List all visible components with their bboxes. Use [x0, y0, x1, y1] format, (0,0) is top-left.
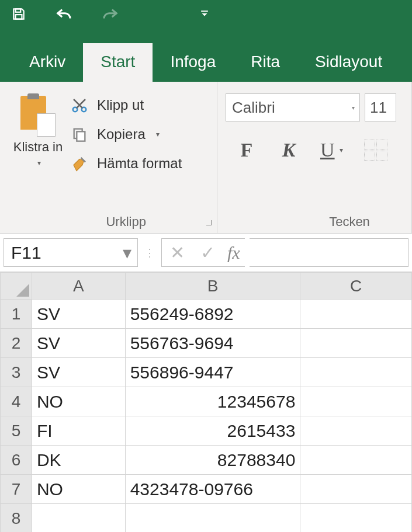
- cell[interactable]: SV: [32, 329, 125, 358]
- copy-icon: [70, 125, 89, 144]
- insert-function-button[interactable]: fx: [223, 243, 245, 263]
- chevron-down-icon[interactable]: ▾: [156, 130, 160, 138]
- cell[interactable]: [300, 475, 412, 504]
- cell[interactable]: 556763-9694: [125, 329, 300, 358]
- cell[interactable]: 2615433: [125, 416, 300, 446]
- svg-rect-2: [201, 11, 208, 12]
- cell[interactable]: NO: [32, 475, 125, 504]
- borders-button[interactable]: [364, 140, 387, 161]
- row-header[interactable]: 3: [1, 358, 32, 387]
- cell[interactable]: 12345678: [125, 387, 300, 416]
- chevron-down-icon: ▾: [123, 242, 131, 263]
- italic-button[interactable]: K: [278, 139, 299, 161]
- row-header[interactable]: 1: [1, 300, 32, 329]
- cell[interactable]: 556896-9447: [125, 358, 300, 387]
- undo-icon[interactable]: [50, 0, 78, 28]
- clipboard-group-label: Urklipp: [70, 210, 182, 230]
- paste-label: Klistra in▾: [13, 140, 63, 168]
- row-header[interactable]: 2: [1, 329, 32, 358]
- format-painter-icon: [70, 154, 89, 173]
- svg-rect-0: [16, 9, 21, 12]
- cell[interactable]: [125, 504, 300, 533]
- font-size-dropdown[interactable]: 11: [365, 93, 396, 121]
- cell[interactable]: [300, 300, 412, 329]
- cell[interactable]: 82788340: [125, 446, 300, 475]
- chevron-down-icon: ▾: [352, 105, 355, 111]
- clipboard-group: Klistra in▾ Klipp ut Kopiera ▾: [0, 82, 217, 233]
- tab-arkiv[interactable]: Arkiv: [12, 43, 83, 82]
- cell[interactable]: FI: [32, 416, 125, 446]
- formula-input[interactable]: [250, 238, 408, 267]
- cell[interactable]: NO: [32, 387, 125, 416]
- name-box-value: F11: [11, 243, 41, 263]
- row-header[interactable]: 6: [1, 446, 32, 475]
- row-header[interactable]: 7: [1, 475, 32, 504]
- select-all-corner[interactable]: [1, 273, 32, 300]
- column-header-C[interactable]: C: [300, 273, 412, 300]
- redo-icon[interactable]: [96, 0, 124, 28]
- cut-button[interactable]: Klipp ut: [70, 96, 182, 114]
- ribbon-tabs: Arkiv Start Infoga Rita Sidlayout: [0, 28, 412, 82]
- svg-rect-1: [16, 15, 22, 19]
- scissors-icon: [70, 96, 89, 114]
- quick-access-toolbar: [0, 0, 412, 28]
- font-group-label: Tecken: [296, 210, 403, 230]
- format-painter-button[interactable]: Hämta format: [70, 154, 182, 173]
- cell[interactable]: DK: [32, 446, 125, 475]
- cell[interactable]: [300, 446, 412, 475]
- font-size-value: 11: [370, 99, 387, 117]
- cell[interactable]: SV: [32, 300, 125, 329]
- tab-start[interactable]: Start: [83, 43, 153, 82]
- save-icon[interactable]: [5, 0, 33, 28]
- chevron-down-icon: ▾: [340, 146, 343, 154]
- underline-button[interactable]: U ▾: [320, 139, 343, 161]
- cell[interactable]: 556249-6892: [125, 300, 300, 329]
- cell[interactable]: [32, 504, 125, 533]
- row-header[interactable]: 5: [1, 416, 32, 446]
- tab-infoga[interactable]: Infoga: [153, 43, 233, 82]
- cell[interactable]: [300, 329, 412, 358]
- cell[interactable]: [300, 358, 412, 387]
- copy-label: Kopiera: [97, 126, 146, 142]
- separator: ⋮: [143, 238, 157, 267]
- font-name-dropdown[interactable]: Calibri ▾: [226, 93, 360, 121]
- svg-rect-6: [77, 131, 85, 141]
- cell[interactable]: [300, 504, 412, 533]
- copy-button[interactable]: Kopiera ▾: [70, 125, 182, 144]
- cell[interactable]: SV: [32, 358, 125, 387]
- column-header-A[interactable]: A: [32, 273, 125, 300]
- row-header[interactable]: 4: [1, 387, 32, 416]
- enter-formula-button[interactable]: ✓: [192, 242, 223, 263]
- format-painter-label: Hämta format: [97, 155, 182, 172]
- clipboard-dialog-launcher[interactable]: [204, 218, 213, 227]
- customize-qat-dropdown[interactable]: [200, 10, 209, 18]
- ribbon-body: Klistra in▾ Klipp ut Kopiera ▾: [0, 82, 412, 234]
- font-group: Calibri ▾ 11 F K U ▾ Tecken: [217, 82, 412, 233]
- column-header-B[interactable]: B: [125, 273, 300, 300]
- formula-bar-row: F11 ▾ ⋮ ✕ ✓ fx: [0, 234, 412, 272]
- paste-button[interactable]: Klistra in▾: [12, 90, 64, 230]
- row-header[interactable]: 8: [1, 504, 32, 533]
- bold-button[interactable]: F: [236, 139, 257, 161]
- spreadsheet-grid: A B C 1SV556249-68922SV556763-96943SV556…: [0, 272, 412, 532]
- cell[interactable]: [300, 416, 412, 446]
- tab-rita[interactable]: Rita: [233, 43, 297, 82]
- cell[interactable]: 4323478-09766: [125, 475, 300, 504]
- cell[interactable]: [300, 387, 412, 416]
- cut-label: Klipp ut: [97, 97, 144, 113]
- name-box[interactable]: F11 ▾: [4, 238, 138, 267]
- font-name-value: Calibri: [232, 99, 275, 117]
- tab-sidlayout[interactable]: Sidlayout: [297, 43, 400, 82]
- cancel-formula-button[interactable]: ✕: [162, 242, 192, 263]
- paste-icon: [20, 96, 56, 137]
